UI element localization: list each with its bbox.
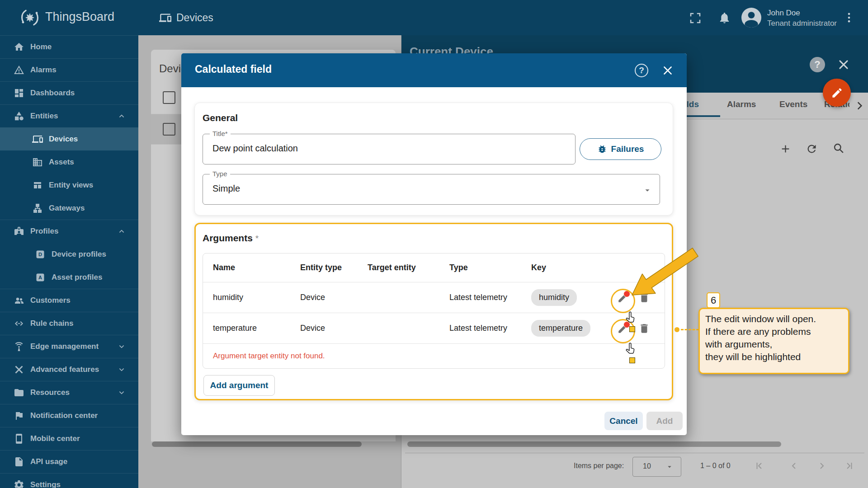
- first-page-icon[interactable]: [754, 460, 764, 471]
- profiles-icon: [14, 226, 24, 237]
- sidebar-item-alarms[interactable]: Alarms: [0, 58, 138, 81]
- type-select[interactable]: Type Simple: [203, 174, 660, 205]
- add-icon[interactable]: [779, 143, 792, 155]
- dialog-title: Calculated field: [195, 63, 272, 75]
- add-argument-button[interactable]: Add argument: [203, 375, 275, 396]
- sidebar-item-profiles[interactable]: Profiles: [0, 220, 138, 243]
- sidebar-item-label: Dashboards: [30, 89, 75, 98]
- svg-text:D: D: [38, 252, 42, 257]
- sidebar-item-entity-views[interactable]: Entity views: [0, 174, 138, 197]
- tab-alarms[interactable]: Alarms: [727, 99, 756, 109]
- argument-key-chip: temperature: [531, 320, 590, 337]
- column-header-name: Name: [213, 263, 300, 272]
- device-row-checkbox[interactable]: [163, 123, 175, 136]
- sidebar-item-api-usage[interactable]: API usage: [0, 450, 138, 473]
- sidebar-nav: HomeAlarmsDashboardsEntitiesDevicesAsset…: [0, 35, 138, 488]
- person-icon: [741, 8, 761, 28]
- next-page-icon[interactable]: [816, 460, 827, 471]
- tab-events[interactable]: Events: [779, 99, 807, 109]
- sidebar-item-label: Advanced features: [30, 365, 99, 374]
- select-all-checkbox[interactable]: [163, 91, 175, 104]
- add-button-disabled[interactable]: Add: [646, 412, 683, 430]
- sidebar-item-label: Mobile center: [30, 434, 80, 443]
- fullscreen-icon[interactable]: [689, 11, 702, 25]
- edit-fab-button[interactable]: [823, 79, 851, 107]
- tutorial-callout: The edit window will open.If there are a…: [698, 308, 849, 374]
- devices-icon: [32, 134, 43, 145]
- advanced-features-icon: [14, 364, 24, 375]
- failures-button[interactable]: Failures: [580, 138, 661, 160]
- argument-key-chip: humidity: [531, 289, 577, 306]
- help-icon[interactable]: ?: [810, 57, 825, 72]
- add-label: Add: [656, 416, 673, 426]
- avatar[interactable]: [741, 8, 761, 28]
- calculated-field-dialog: Calculated field ? General Title* Dew po…: [181, 53, 687, 435]
- last-page-icon[interactable]: [844, 460, 855, 471]
- settings-icon: [14, 479, 24, 488]
- delete-argument-button[interactable]: [638, 323, 650, 334]
- sidebar-item-entities[interactable]: Entities: [0, 104, 138, 127]
- close-icon[interactable]: [661, 64, 674, 77]
- connector-dashed-line: [681, 329, 699, 330]
- sidebar-item-settings[interactable]: Settings: [0, 473, 138, 488]
- sidebar-item-customers[interactable]: Customers: [0, 289, 138, 312]
- asset-profiles-icon: A: [35, 272, 46, 283]
- mobile-center-icon: [14, 433, 24, 444]
- help-icon[interactable]: ?: [635, 64, 648, 77]
- page-size-select[interactable]: 10: [632, 457, 681, 477]
- horizontal-scrollbar[interactable]: [407, 441, 781, 447]
- failures-button-label: Failures: [611, 144, 644, 154]
- cursor-hand-icon: [624, 342, 637, 356]
- chevron-down-icon: [117, 388, 127, 398]
- column-header-entity-type: Entity type: [300, 263, 368, 272]
- sidebar-item-device-profiles[interactable]: DDevice profiles: [0, 243, 138, 266]
- horizontal-scrollbar[interactable]: [152, 441, 362, 447]
- title-field-label: Title*: [210, 130, 231, 137]
- notifications-bell-icon[interactable]: [718, 11, 731, 25]
- sidebar-item-label: Assets: [49, 158, 74, 167]
- argument-type: Latest telemetry: [449, 324, 531, 333]
- sidebar-item-asset-profiles[interactable]: AAsset profiles: [0, 266, 138, 289]
- title-field[interactable]: Title* Dew point calculation: [203, 134, 576, 164]
- column-header-type: Type: [449, 263, 531, 272]
- connector-dot: [675, 327, 679, 332]
- chevron-right-icon[interactable]: [854, 100, 865, 112]
- sidebar-item-mobile-center[interactable]: Mobile center: [0, 427, 138, 450]
- argument-row-temperature: temperatureDeviceLatest telemetrytempera…: [203, 313, 665, 344]
- more-vertical-icon[interactable]: [843, 11, 855, 24]
- sidebar-item-gateways[interactable]: Gateways: [0, 197, 138, 220]
- sidebar-item-assets[interactable]: Assets: [0, 150, 138, 174]
- title-field-value: Dew point calculation: [212, 143, 298, 154]
- home-icon: [14, 42, 24, 52]
- sidebar-item-label: Notification center: [30, 411, 98, 420]
- resources-icon: [14, 387, 24, 398]
- sidebar-item-label: Customers: [30, 296, 71, 305]
- sidebar-item-label: Alarms: [30, 66, 57, 75]
- bug-icon: [597, 144, 607, 154]
- previous-page-icon[interactable]: [788, 460, 799, 471]
- api-usage-icon: [14, 456, 24, 467]
- close-icon[interactable]: [837, 58, 850, 71]
- sidebar-item-home[interactable]: Home: [0, 35, 138, 58]
- search-icon[interactable]: [832, 142, 844, 154]
- refresh-icon[interactable]: [806, 143, 818, 155]
- chevron-down-icon: [117, 365, 127, 375]
- argument-type: Latest telemetry: [449, 293, 531, 302]
- sidebar-item-devices[interactable]: Devices: [0, 127, 138, 150]
- sidebar-item-label: Rule chains: [30, 319, 73, 328]
- breadcrumb[interactable]: Devices: [159, 0, 213, 35]
- sidebar-item-dashboards[interactable]: Dashboards: [0, 81, 138, 104]
- sidebar-item-edge-management[interactable]: Edge management: [0, 335, 138, 358]
- pencil-icon: [831, 87, 843, 99]
- sidebar-item-advanced-features[interactable]: Advanced features: [0, 358, 138, 381]
- sidebar-item-notification-center[interactable]: Notification center: [0, 404, 138, 427]
- cancel-button[interactable]: Cancel: [604, 412, 643, 430]
- callout-text-line: with arguments,: [705, 338, 843, 351]
- sidebar-item-resources[interactable]: Resources: [0, 381, 138, 404]
- breadcrumb-label: Devices: [176, 12, 213, 24]
- cursor-click-badge: [629, 357, 635, 363]
- sidebar-item-label: Entity views: [49, 181, 93, 190]
- chevron-down-icon: [117, 342, 127, 352]
- sidebar-item-rule-chains[interactable]: Rule chains: [0, 312, 138, 335]
- app-name: ThingsBoard: [45, 10, 114, 24]
